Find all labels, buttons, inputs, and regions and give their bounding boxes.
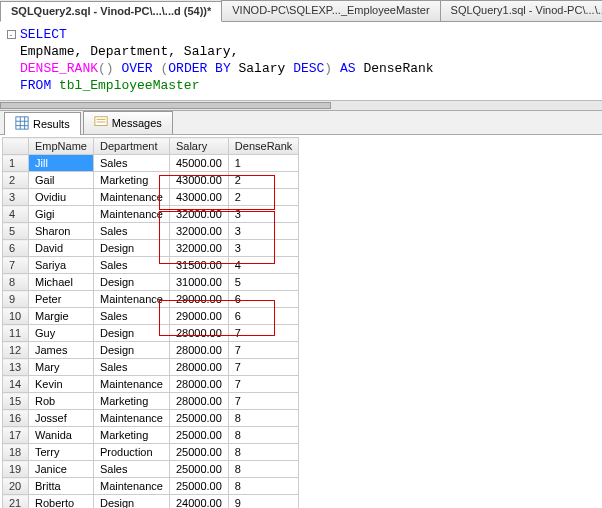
cell[interactable]: 7 bbox=[228, 325, 298, 342]
cell[interactable]: Maintenance bbox=[93, 189, 169, 206]
cell[interactable]: 29000.00 bbox=[169, 291, 228, 308]
cell[interactable]: Britta bbox=[29, 478, 94, 495]
table-row[interactable]: 1JillSales45000.001 bbox=[3, 155, 299, 172]
tab-query2[interactable]: SQLQuery2.sql - Vinod-PC\...\...d (54))* bbox=[0, 1, 222, 22]
tab-employeemaster[interactable]: VINOD-PC\SQLEXP..._EmployeeMaster bbox=[221, 0, 440, 21]
cell[interactable]: 28000.00 bbox=[169, 376, 228, 393]
cell[interactable]: 5 bbox=[228, 274, 298, 291]
table-row[interactable]: 14KevinMaintenance28000.007 bbox=[3, 376, 299, 393]
table-row[interactable]: 16JossefMaintenance25000.008 bbox=[3, 410, 299, 427]
cell[interactable]: 8 bbox=[228, 410, 298, 427]
cell[interactable]: Marketing bbox=[93, 172, 169, 189]
cell[interactable]: Kevin bbox=[29, 376, 94, 393]
cell[interactable]: Sales bbox=[93, 461, 169, 478]
cell[interactable]: Guy bbox=[29, 325, 94, 342]
cell[interactable]: Terry bbox=[29, 444, 94, 461]
cell[interactable]: Sales bbox=[93, 359, 169, 376]
cell[interactable]: 7 bbox=[228, 342, 298, 359]
cell[interactable]: 8 bbox=[228, 427, 298, 444]
cell[interactable]: Jossef bbox=[29, 410, 94, 427]
editor-horizontal-scrollbar[interactable] bbox=[0, 100, 602, 110]
cell[interactable]: Maintenance bbox=[93, 291, 169, 308]
tab-results[interactable]: Results bbox=[4, 112, 81, 135]
cell[interactable]: Sales bbox=[93, 223, 169, 240]
cell[interactable]: 8 bbox=[228, 444, 298, 461]
table-row[interactable]: 8MichaelDesign31000.005 bbox=[3, 274, 299, 291]
cell[interactable]: Maintenance bbox=[93, 410, 169, 427]
cell[interactable]: 2 bbox=[228, 189, 298, 206]
cell[interactable]: 25000.00 bbox=[169, 444, 228, 461]
cell[interactable]: Mary bbox=[29, 359, 94, 376]
cell[interactable]: Margie bbox=[29, 308, 94, 325]
tab-query1[interactable]: SQLQuery1.sql - Vinod-PC\...\...d (52))* bbox=[440, 0, 602, 21]
cell[interactable]: Michael bbox=[29, 274, 94, 291]
cell[interactable]: 25000.00 bbox=[169, 461, 228, 478]
cell[interactable]: 25000.00 bbox=[169, 427, 228, 444]
cell[interactable]: Roberto bbox=[29, 495, 94, 509]
cell[interactable]: 32000.00 bbox=[169, 206, 228, 223]
table-row[interactable]: 21RobertoDesign24000.009 bbox=[3, 495, 299, 509]
cell[interactable]: 45000.00 bbox=[169, 155, 228, 172]
cell[interactable]: 1 bbox=[228, 155, 298, 172]
table-row[interactable]: 6DavidDesign32000.003 bbox=[3, 240, 299, 257]
cell[interactable]: 31000.00 bbox=[169, 274, 228, 291]
cell[interactable]: 28000.00 bbox=[169, 393, 228, 410]
cell[interactable]: James bbox=[29, 342, 94, 359]
table-row[interactable]: 4GigiMaintenance32000.003 bbox=[3, 206, 299, 223]
tab-messages[interactable]: Messages bbox=[83, 111, 173, 134]
table-row[interactable]: 15RobMarketing28000.007 bbox=[3, 393, 299, 410]
cell[interactable]: 24000.00 bbox=[169, 495, 228, 509]
table-row[interactable]: 11GuyDesign28000.007 bbox=[3, 325, 299, 342]
cell[interactable]: 2 bbox=[228, 172, 298, 189]
cell[interactable]: Design bbox=[93, 495, 169, 509]
cell[interactable]: Design bbox=[93, 240, 169, 257]
table-row[interactable]: 9PeterMaintenance29000.006 bbox=[3, 291, 299, 308]
cell[interactable]: 3 bbox=[228, 223, 298, 240]
cell[interactable]: Gigi bbox=[29, 206, 94, 223]
table-row[interactable]: 18TerryProduction25000.008 bbox=[3, 444, 299, 461]
cell[interactable]: 3 bbox=[228, 206, 298, 223]
cell[interactable]: 9 bbox=[228, 495, 298, 509]
table-row[interactable]: 13MarySales28000.007 bbox=[3, 359, 299, 376]
col-empname[interactable]: EmpName bbox=[29, 138, 94, 155]
cell[interactable]: Marketing bbox=[93, 393, 169, 410]
cell[interactable]: David bbox=[29, 240, 94, 257]
cell[interactable]: 25000.00 bbox=[169, 410, 228, 427]
cell[interactable]: Gail bbox=[29, 172, 94, 189]
cell[interactable]: 8 bbox=[228, 478, 298, 495]
cell[interactable]: Design bbox=[93, 325, 169, 342]
cell[interactable]: Jill bbox=[29, 155, 94, 172]
table-row[interactable]: 2GailMarketing43000.002 bbox=[3, 172, 299, 189]
cell[interactable]: 8 bbox=[228, 461, 298, 478]
table-row[interactable]: 10MargieSales29000.006 bbox=[3, 308, 299, 325]
sql-code[interactable]: SELECT EmpName, Department, Salary, DENS… bbox=[20, 26, 434, 96]
table-row[interactable]: 19JaniceSales25000.008 bbox=[3, 461, 299, 478]
col-denserank[interactable]: DenseRank bbox=[228, 138, 298, 155]
cell[interactable]: 28000.00 bbox=[169, 359, 228, 376]
cell[interactable]: Design bbox=[93, 342, 169, 359]
cell[interactable]: 32000.00 bbox=[169, 240, 228, 257]
table-row[interactable]: 17WanidaMarketing25000.008 bbox=[3, 427, 299, 444]
cell[interactable]: 31500.00 bbox=[169, 257, 228, 274]
cell[interactable]: Sales bbox=[93, 308, 169, 325]
cell[interactable]: 3 bbox=[228, 240, 298, 257]
table-row[interactable]: 5SharonSales32000.003 bbox=[3, 223, 299, 240]
sql-editor[interactable]: - SELECT EmpName, Department, Salary, DE… bbox=[0, 22, 602, 100]
cell[interactable]: Sales bbox=[93, 155, 169, 172]
col-salary[interactable]: Salary bbox=[169, 138, 228, 155]
table-row[interactable]: 20BrittaMaintenance25000.008 bbox=[3, 478, 299, 495]
cell[interactable]: 43000.00 bbox=[169, 172, 228, 189]
cell[interactable]: 6 bbox=[228, 291, 298, 308]
cell[interactable]: 32000.00 bbox=[169, 223, 228, 240]
table-row[interactable]: 3OvidiuMaintenance43000.002 bbox=[3, 189, 299, 206]
cell[interactable]: Maintenance bbox=[93, 376, 169, 393]
cell[interactable]: 28000.00 bbox=[169, 342, 228, 359]
cell[interactable]: 28000.00 bbox=[169, 325, 228, 342]
cell[interactable]: 7 bbox=[228, 393, 298, 410]
table-row[interactable]: 7SariyaSales31500.004 bbox=[3, 257, 299, 274]
cell[interactable]: Production bbox=[93, 444, 169, 461]
cell[interactable]: 6 bbox=[228, 308, 298, 325]
cell[interactable]: 29000.00 bbox=[169, 308, 228, 325]
cell[interactable]: Rob bbox=[29, 393, 94, 410]
cell[interactable]: Design bbox=[93, 274, 169, 291]
